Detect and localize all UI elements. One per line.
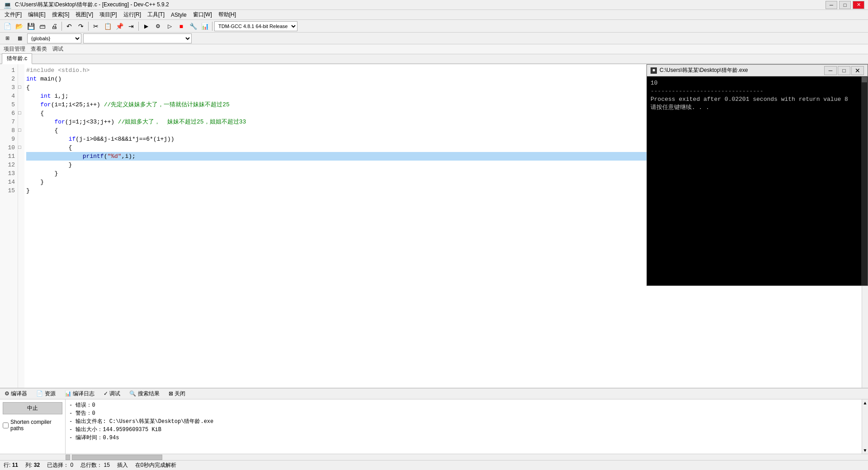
status-sel-value: 0 (70, 462, 73, 468)
console-app-icon: ■ (651, 67, 657, 74)
menu-bar: 文件[F] 编辑[E] 搜索[S] 视图[V] 项目[P] 运行[R] 工具[T… (0, 10, 868, 20)
console-maximize[interactable]: □ (838, 66, 850, 75)
paste-button[interactable]: 📌 (114, 21, 125, 32)
console-line-4: 请按任意键继续. . . (651, 104, 858, 112)
status-col: 列: 32 (25, 461, 40, 469)
bottom-tab-search[interactable]: 🔍 搜索结果 (127, 389, 162, 399)
stop-button[interactable]: ■ (176, 21, 187, 32)
line-numbers: 1 2 3 4 5 6 7 8 9 10 11 12 13 14 15 (0, 64, 18, 388)
status-row: 行: 11 (4, 461, 18, 469)
status-total-value: 15 (104, 462, 109, 468)
minimize-button[interactable]: ─ (826, 1, 837, 9)
abort-compile-button[interactable]: 中止 (3, 402, 62, 414)
menu-run[interactable]: 运行[R] (121, 10, 144, 19)
app-icon: 💻 (4, 1, 11, 9)
save-all-button[interactable]: 🗃 (37, 21, 48, 32)
bottom-vscrollbar[interactable]: ▲ ▼ (862, 399, 868, 454)
console-line-1: 10 (651, 79, 858, 87)
compile-log-content: - 错误：0 - 警告：0 - 输出文件名: C:\Users\韩某某\Desk… (66, 399, 862, 454)
bottom-left-panel: 中止 Shorten compiler paths (0, 399, 66, 454)
print-button[interactable]: 🖨 (49, 21, 60, 32)
bottom-panel: ⚙ 编译器 📄 资源 📊 编译日志 ✓ 调试 🔍 搜索结果 ⊠ 关闭 中止 Sh… (0, 388, 868, 460)
console-line-3: Process exited after 0.02201 seconds wit… (651, 95, 858, 104)
redo-button[interactable]: ↷ (75, 21, 86, 32)
save-button[interactable]: 💾 (25, 21, 36, 32)
status-mode: 插入 (117, 461, 128, 469)
compile-run-button[interactable]: ▶ (141, 21, 151, 32)
maximize-button[interactable]: □ (839, 1, 851, 9)
main-content: 1 2 3 4 5 6 7 8 9 10 11 12 13 14 15 (0, 64, 868, 388)
log-line-1: - 错误：0 (69, 401, 858, 409)
status-row-value: 11 (12, 462, 18, 468)
shorten-paths-checkbox[interactable] (3, 423, 9, 428)
bottom-content: 中止 Shorten compiler paths - 错误：0 - 警告：0 … (0, 399, 868, 454)
bottom-tab-close[interactable]: ⊠ 关闭 (166, 389, 188, 399)
bottom-tab-log[interactable]: 📊 编译日志 (62, 389, 97, 399)
separator-3 (138, 22, 139, 31)
console-close[interactable]: ✕ (851, 66, 864, 75)
bottom-hscrollbar[interactable] (0, 454, 868, 460)
bottom-tab-bar: ⚙ 编译器 📄 资源 📊 编译日志 ✓ 调试 🔍 搜索结果 ⊠ 关闭 (0, 389, 868, 399)
separator-2 (88, 22, 89, 31)
shorten-paths-option: Shorten compiler paths (0, 417, 65, 433)
menu-tools[interactable]: 工具[T] (145, 10, 167, 19)
menu-help[interactable]: 帮助[H] (216, 10, 239, 19)
status-total: 总行数： 15 (80, 461, 110, 469)
toolbar-1: 📄 📂 💾 🗃 🖨 ↶ ↷ ✂ 📋 📌 ⇥ ▶ ⚙ ▷ ■ 🔧 📊 TDM-GC… (0, 20, 868, 33)
title-bar-left: 💻 C:\Users\韩某某\Desktop\猜年龄.c - [Executin… (4, 1, 169, 9)
console-body: 10 -------------------------------- Proc… (647, 76, 868, 285)
separator-4 (212, 22, 212, 31)
cut-button[interactable]: ✂ (90, 21, 101, 32)
compile-button[interactable]: ⚙ (152, 21, 163, 32)
window-title: C:\Users\韩某某\Desktop\猜年龄.c - [Executing]… (15, 1, 169, 9)
nav-tab-class[interactable]: 查看类 (31, 45, 47, 53)
menu-view[interactable]: 视图[V] (73, 10, 96, 19)
debug-button[interactable]: 🔧 (188, 21, 198, 32)
console-output: 10 -------------------------------- Proc… (647, 76, 861, 285)
log-line-2: - 警告：0 (69, 409, 858, 418)
toolbar-2: ⊞ ▦ {globals} (0, 33, 868, 44)
editor-area: 1 2 3 4 5 6 7 8 9 10 11 12 13 14 15 (0, 64, 868, 388)
nav-tab-project[interactable]: 项目管理 (4, 45, 25, 53)
status-sel: 已选择： 0 (47, 461, 73, 469)
console-line-2: -------------------------------- (651, 87, 858, 95)
menu-file[interactable]: 文件[F] (2, 10, 24, 19)
log-line-5: - 编译时间：0.94s (69, 434, 858, 442)
log-line-4: - 输出大小：144.9599609375 KiB (69, 426, 858, 434)
menu-project[interactable]: 项目[P] (97, 10, 120, 19)
status-col-value: 32 (34, 462, 40, 468)
menu-edit[interactable]: 编辑[E] (25, 10, 48, 19)
file-tab-bar: 猜年龄.c (0, 54, 868, 64)
console-vscrollbar[interactable] (861, 76, 868, 285)
new-button[interactable]: 📄 (2, 21, 13, 32)
console-window: ■ C:\Users\韩某某\Desktop\猜年龄.exe ─ □ ✕ 10 … (646, 64, 868, 286)
scope-dropdown[interactable] (83, 33, 192, 43)
run-button[interactable]: ▷ (164, 21, 175, 32)
bottom-tab-compiler[interactable]: ⚙ 编译器 (2, 389, 30, 399)
menu-search[interactable]: 搜索[S] (49, 10, 72, 19)
console-titlebar: ■ C:\Users\韩某某\Desktop\猜年龄.exe ─ □ ✕ (647, 65, 868, 76)
close-button[interactable]: ✕ (853, 1, 864, 9)
indent-button[interactable]: ⇥ (126, 21, 137, 32)
status-parse: 在0秒内完成解析 (135, 461, 176, 469)
nav-tabs: 项目管理 查看类 调试 (0, 44, 868, 54)
title-bar-controls: ─ □ ✕ (826, 1, 864, 9)
menu-window[interactable]: 窗口[W] (190, 10, 215, 19)
compiler-dropdown[interactable]: TDM-GCC 4.8.1 64-bit Release (214, 21, 297, 31)
tb2-btn1[interactable]: ⊞ (2, 33, 13, 44)
menu-astyle[interactable]: AStyle (168, 11, 189, 19)
status-bar: 行: 11 列: 32 已选择： 0 总行数： 15 插入 在0秒内完成解析 (0, 460, 868, 470)
log-line-3: - 输出文件名: C:\Users\韩某某\Desktop\猜年龄.exe (69, 418, 858, 426)
bottom-tab-debug[interactable]: ✓ 调试 (101, 389, 123, 399)
bottom-tab-resources[interactable]: 📄 资源 (33, 389, 58, 399)
stats-button[interactable]: 📊 (199, 21, 210, 32)
globals-dropdown[interactable]: {globals} (27, 33, 81, 43)
open-button[interactable]: 📂 (14, 21, 24, 32)
separator-1 (61, 22, 62, 31)
undo-button[interactable]: ↶ (64, 21, 75, 32)
copy-button[interactable]: 📋 (102, 21, 113, 32)
console-minimize[interactable]: ─ (824, 66, 837, 75)
file-tab-main[interactable]: 猜年龄.c (2, 53, 32, 64)
tb2-btn2[interactable]: ▦ (14, 33, 25, 44)
nav-tab-debug[interactable]: 调试 (52, 45, 63, 53)
